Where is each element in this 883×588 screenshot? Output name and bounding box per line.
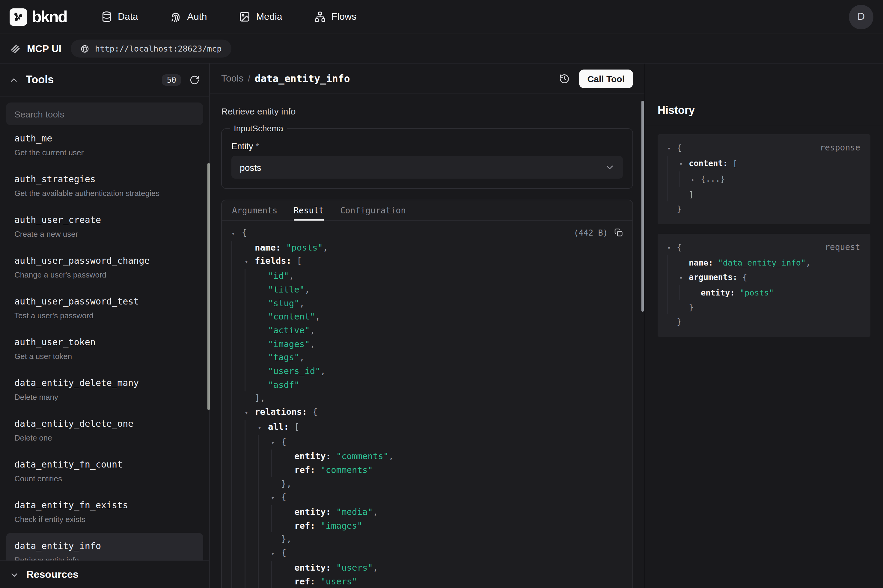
tools-count-badge: 50 — [162, 74, 181, 86]
tool-name: data_entity_info — [14, 541, 195, 551]
required-marker: * — [256, 141, 259, 151]
tool-description-text: Retrieve entity info — [221, 106, 633, 116]
breadcrumb-tool-name: data_entity_info — [255, 73, 350, 84]
resources-section-header[interactable]: Resources — [0, 560, 209, 588]
fingerprint-icon — [170, 11, 182, 23]
tool-name: auth_me — [14, 133, 195, 144]
tool-detail-content: Retrieve entity info InputSchema Entity*… — [210, 94, 645, 588]
tool-list-item[interactable]: data_entity_fn_exists Check if entity ex… — [6, 492, 203, 533]
tool-name: auth_user_password_test — [14, 296, 195, 307]
tab-configuration[interactable]: Configuration — [340, 200, 406, 220]
history-panel: History response ▾{▾content: [▸{...}]} r… — [645, 63, 883, 588]
history-title: History — [658, 104, 695, 117]
history-entry-response[interactable]: response ▾{▾content: [▸{...}]} — [658, 134, 870, 224]
tool-description: Retrieve entity info — [14, 556, 195, 560]
tool-name: auth_user_create — [14, 214, 195, 225]
mcp-url-pill[interactable]: http://localhost:28623/mcp — [71, 39, 231, 57]
tool-description: Get the current user — [14, 148, 195, 157]
nav-label: Auth — [187, 11, 207, 22]
tool-description: Get the available authentication strateg… — [14, 189, 195, 198]
tool-list-item[interactable]: data_entity_delete_many Delete many — [6, 370, 203, 411]
tool-name: auth_user_token — [14, 337, 195, 348]
tab-arguments[interactable]: Arguments — [232, 200, 277, 220]
search-tools-input[interactable] — [6, 102, 203, 125]
top-nav-bar: bknd Data Auth — [0, 0, 883, 34]
tool-name: data_entity_fn_exists — [14, 500, 195, 511]
nav-label: Media — [256, 11, 282, 22]
tool-list-item[interactable]: auth_strategies Get the available authen… — [6, 166, 203, 207]
history-entries: response ▾{▾content: [▸{...}]} request ▾… — [645, 125, 883, 346]
history-entry-type-label: request — [825, 240, 860, 254]
tool-name: data_entity_delete_many — [14, 378, 195, 388]
tool-description: Count entities — [14, 474, 195, 483]
breadcrumb-section[interactable]: Tools — [221, 73, 244, 84]
entity-select[interactable]: posts — [231, 156, 623, 178]
tool-name: data_entity_fn_count — [14, 459, 195, 470]
refresh-icon[interactable] — [189, 75, 199, 85]
tool-description: Change a user's password — [14, 270, 195, 279]
tool-name: data_entity_delete_one — [14, 418, 195, 429]
breadcrumb: Tools / data_entity_info — [221, 73, 350, 84]
mcp-header-bar: MCP UI http://localhost:28623/mcp — [0, 34, 883, 63]
tool-name: auth_strategies — [14, 174, 195, 184]
nav-item-auth[interactable]: Auth — [170, 11, 207, 23]
main-panel-scrollbar[interactable] — [642, 101, 643, 312]
result-tabs: ArgumentsResultConfiguration — [222, 200, 633, 220]
copy-icon[interactable] — [614, 228, 624, 238]
chevron-down-icon — [605, 162, 615, 172]
result-panel: ArgumentsResultConfiguration (442 B) ▾{n… — [221, 200, 633, 588]
tools-sidebar: Tools 50 auth_me Get the current user au… — [0, 63, 210, 588]
tools-list-container: auth_me Get the current user auth_strate… — [0, 97, 209, 560]
history-entry-type-label: response — [820, 140, 860, 154]
main-nav: Data Auth Media — [100, 11, 356, 23]
tool-list-item[interactable]: data_entity_info Retrieve entity info — [6, 533, 203, 560]
call-tool-button[interactable]: Call Tool — [579, 69, 633, 88]
mcp-title: MCP UI — [27, 43, 61, 54]
tool-description: Check if entity exists — [14, 515, 195, 524]
input-schema-fieldset: InputSchema Entity* posts — [221, 123, 633, 189]
chevron-up-icon — [10, 76, 18, 84]
tool-detail-header: Tools / data_entity_info Call Tool — [210, 63, 645, 94]
tools-section-title: Tools — [26, 74, 54, 86]
bknd-logo-icon — [10, 8, 27, 26]
nav-label: Data — [118, 11, 138, 22]
tool-description: Get a user token — [14, 352, 195, 361]
resources-section-title: Resources — [26, 568, 78, 580]
tool-list-item[interactable]: auth_user_password_change Change a user'… — [6, 248, 203, 288]
nav-item-media[interactable]: Media — [238, 11, 282, 23]
tool-list-item[interactable]: auth_user_password_test Test a user's pa… — [6, 288, 203, 329]
tool-list-item[interactable]: data_entity_delete_one Delete one — [6, 411, 203, 452]
result-json-code[interactable]: ▾{name: "posts",▾fields: ["id","title","… — [231, 226, 623, 588]
tool-list-item[interactable]: data_entity_fn_count Count entities — [6, 452, 203, 492]
tool-description: Create a new user — [14, 230, 195, 238]
workflow-icon — [314, 11, 326, 23]
tool-list-item[interactable]: auth_me Get the current user — [6, 125, 203, 166]
tools-section-header[interactable]: Tools 50 — [0, 63, 209, 97]
history-entry-request[interactable]: request ▾{name: "data_entity_info",▾argu… — [658, 234, 870, 337]
nav-item-data[interactable]: Data — [100, 11, 138, 23]
sidebar-scrollbar[interactable] — [207, 163, 210, 410]
nav-label: Flows — [331, 11, 357, 22]
result-size-label: (442 B) — [574, 226, 608, 240]
user-avatar[interactable]: D — [849, 4, 873, 29]
entity-select-value: posts — [240, 162, 261, 172]
history-icon[interactable] — [559, 73, 570, 84]
tab-result[interactable]: Result — [294, 200, 324, 220]
bknd-logo[interactable]: bknd — [10, 8, 67, 26]
image-icon — [238, 11, 250, 23]
breadcrumb-separator: / — [248, 73, 250, 84]
chevron-down-icon — [10, 570, 19, 579]
globe-icon — [81, 44, 90, 53]
tool-description: Delete one — [14, 434, 195, 442]
tool-detail-panel: Tools / data_entity_info Call Tool Retri… — [210, 63, 645, 588]
tools-list: auth_me Get the current user auth_strate… — [6, 125, 203, 560]
tool-description: Delete many — [14, 393, 195, 402]
tool-name: auth_user_password_change — [14, 255, 195, 266]
tool-list-item[interactable]: auth_user_create Create a new user — [6, 207, 203, 248]
entity-field-label: Entity* — [231, 141, 623, 151]
nav-item-flows[interactable]: Flows — [314, 11, 357, 23]
input-schema-legend: InputSchema — [230, 123, 287, 133]
mcp-url: http://localhost:28623/mcp — [95, 44, 222, 53]
tool-list-item[interactable]: auth_user_token Get a user token — [6, 329, 203, 370]
history-header: History — [645, 63, 883, 125]
